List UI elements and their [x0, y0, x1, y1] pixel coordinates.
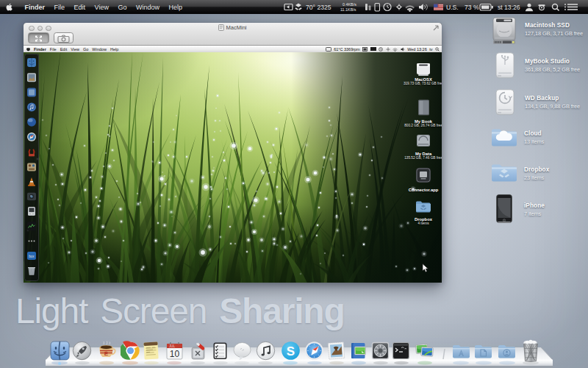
svg-text:box: box — [29, 255, 35, 258]
svg-text:0.4KB/s: 0.4KB/s — [343, 2, 356, 7]
svg-text:É: É — [104, 350, 109, 357]
svg-text:73 %: 73 % — [465, 4, 479, 11]
svg-text:JUL: JUL — [169, 344, 176, 348]
svg-text:70° 2325: 70° 2325 — [306, 4, 331, 11]
svg-text:st 13:26: st 13:26 — [498, 4, 520, 11]
svg-text:S: S — [287, 344, 295, 358]
svg-text:10: 10 — [170, 349, 180, 359]
svg-text:11.1KB/s: 11.1KB/s — [340, 7, 356, 12]
svg-text:U.S.: U.S. — [446, 4, 459, 11]
